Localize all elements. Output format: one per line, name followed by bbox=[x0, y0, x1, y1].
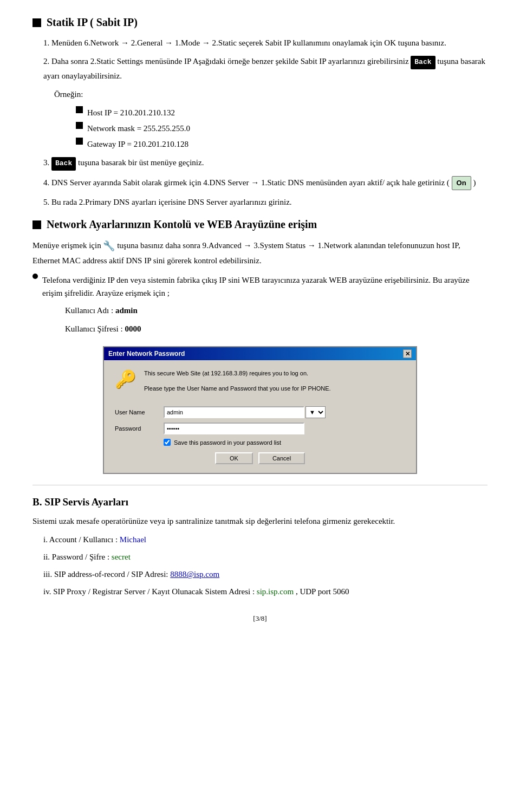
save-password-label: Save this password in your password list bbox=[174, 439, 281, 446]
example-item-3: Gateway IP = 210.201.210.128 bbox=[76, 138, 487, 151]
step2-num: 2. bbox=[43, 57, 51, 66]
save-password-row: Save this password in your password list bbox=[164, 439, 405, 446]
page-footer: [3/8] bbox=[32, 614, 487, 623]
sip-item-4-label: iv. bbox=[43, 587, 51, 596]
bullet-icon bbox=[76, 122, 83, 129]
network-intro: Menüye erişmek için 🔧 tuşuna basınız dah… bbox=[32, 238, 487, 267]
static-ip-title: Statik IP ( Sabit IP) bbox=[32, 16, 487, 29]
step-3: 3. Back tuşuna basarak bir üst menüye ge… bbox=[43, 156, 487, 171]
example-item-2: Network mask = 255.255.255.0 bbox=[76, 122, 487, 135]
cancel-button[interactable]: Cancel bbox=[258, 452, 305, 464]
step-4: 4. DNS Server ayarında Sabit olarak girm… bbox=[43, 176, 487, 191]
username-row: User Name ▼ bbox=[115, 406, 405, 418]
on-button: On bbox=[452, 176, 471, 191]
step1-num: 1. bbox=[43, 38, 51, 47]
sip-item-3-value: 8888@isp.com bbox=[170, 570, 219, 579]
dialog-form: User Name ▼ Password Save this password … bbox=[115, 406, 405, 464]
web-access-bullet: Telefona verdiğiniz IP den veya sistemin… bbox=[32, 274, 487, 300]
network-section: Network Ayarlarınızın Kontolü ve WEB Ara… bbox=[32, 218, 487, 474]
dialog-body: 🔑 This secure Web Site (at 192.168.3.89)… bbox=[104, 360, 416, 473]
page-number: [3/8] bbox=[253, 614, 266, 622]
dialog-title: Enter Network Password bbox=[108, 350, 185, 358]
bullet-icon bbox=[76, 138, 83, 145]
sip-intro: Sistemi uzak mesafe operatörünüze veya i… bbox=[32, 515, 487, 528]
sip-item-4-suffix: , UDP port 5060 bbox=[296, 587, 349, 596]
username-line: Kullanıcı Adı : admin bbox=[65, 304, 487, 317]
network-title: Network Ayarlarınızın Kontolü ve WEB Ara… bbox=[32, 218, 487, 231]
sip-item-1-label: i. bbox=[43, 535, 48, 544]
step4-num: 4. bbox=[43, 178, 51, 187]
key-icon: 🔑 bbox=[115, 369, 136, 389]
bullet-icon bbox=[76, 106, 83, 113]
back-button-1: Back bbox=[411, 56, 435, 69]
step-list: 1. Menüden 6.Network → 2.General → 1.Mod… bbox=[43, 36, 487, 82]
dialog-titlebar: Enter Network Password ✕ bbox=[104, 347, 416, 360]
dialog-text1: This secure Web Site (at 192.168.3.89) r… bbox=[144, 369, 331, 379]
step2-text: Daha sonra 2.Static Settings menüsünde I… bbox=[43, 57, 485, 80]
dialog-icon-row: 🔑 This secure Web Site (at 192.168.3.89)… bbox=[115, 369, 405, 399]
sip-item-2-text: Password / Şifre : bbox=[52, 553, 112, 561]
sip-title: B. SIP Servis Ayarları bbox=[32, 496, 487, 508]
dialog-wrapper: Enter Network Password ✕ 🔑 This secure W… bbox=[32, 346, 487, 474]
username-label: User Name bbox=[115, 409, 164, 415]
back-button-2: Back bbox=[51, 157, 76, 171]
static-ip-section: Statik IP ( Sabit IP) 1. Menüden 6.Netwo… bbox=[32, 16, 487, 209]
step-1: 1. Menüden 6.Network → 2.General → 1.Mod… bbox=[43, 36, 487, 49]
sip-item-4: iv. SIP Proxy / Registrar Server / Kayıt… bbox=[43, 585, 487, 598]
step3-num: 3. bbox=[43, 158, 51, 167]
dialog-close-button[interactable]: ✕ bbox=[403, 349, 412, 358]
sip-item-1-value: Michael bbox=[120, 535, 146, 544]
network-title-bullet-icon bbox=[32, 220, 41, 229]
ok-button[interactable]: OK bbox=[215, 452, 253, 464]
web-access-text: Telefona verdiğiniz IP den veya sistemin… bbox=[42, 274, 487, 300]
step-2: 2. Daha sonra 2.Static Settings menüsünd… bbox=[43, 55, 487, 82]
credentials-block: Kullanıcı Adı : admin Kullanıcı Şifresi … bbox=[65, 304, 487, 335]
enter-network-password-dialog: Enter Network Password ✕ 🔑 This secure W… bbox=[103, 346, 417, 474]
step5-text: Bu rada 2.Primary DNS ayarları içerisine… bbox=[51, 198, 292, 206]
password-label: Password bbox=[115, 425, 164, 432]
sip-item-2-label: ii. bbox=[43, 553, 50, 561]
sip-section: B. SIP Servis Ayarları Sistemi uzak mesa… bbox=[32, 496, 487, 598]
password-row: Password bbox=[115, 423, 405, 434]
sip-items: i. Account / Kullanıcı : Michael ii. Pas… bbox=[43, 533, 487, 598]
section-divider bbox=[32, 485, 487, 485]
circle-bullet-icon bbox=[32, 274, 38, 279]
step3-text: tuşuna basarak bir üst menüye geçiniz. bbox=[78, 158, 204, 167]
username-input[interactable] bbox=[164, 406, 304, 418]
dialog-buttons: OK Cancel bbox=[115, 452, 405, 464]
dialog-text2: Please type the User Name and Password t… bbox=[144, 384, 331, 394]
step-5: 5. Bu rada 2.Primary DNS ayarları içeris… bbox=[43, 196, 487, 209]
password-input[interactable] bbox=[164, 423, 304, 434]
dialog-description: This secure Web Site (at 192.168.3.89) r… bbox=[144, 369, 331, 399]
example-label: Örneğin: bbox=[54, 88, 487, 101]
sip-item-4-value: sip.isp.com bbox=[257, 587, 294, 596]
sip-item-1-text: Account / Kullanıcı : bbox=[49, 535, 120, 544]
step-list-2: 3. Back tuşuna basarak bir üst menüye ge… bbox=[43, 156, 487, 209]
password-line: Kullanıcı Şifresi : 0000 bbox=[65, 322, 487, 335]
sip-item-4-text: SIP Proxy / Registrar Server / Kayıt Olu… bbox=[53, 587, 257, 596]
example-list: Host IP = 210.201.210.132 Network mask =… bbox=[76, 106, 487, 151]
step1-text: Menüden 6.Network → 2.General → 1.Mode →… bbox=[51, 38, 446, 47]
sip-item-3: iii. SIP address-of-record / SIP Adresi:… bbox=[43, 568, 487, 581]
example-block: Örneğin: Host IP = 210.201.210.132 Netwo… bbox=[54, 88, 487, 151]
sip-item-2: ii. Password / Şifre : secret bbox=[43, 550, 487, 563]
sip-item-3-text: SIP address-of-record / SIP Adresi: bbox=[54, 570, 170, 579]
sip-item-1: i. Account / Kullanıcı : Michael bbox=[43, 533, 487, 546]
sip-item-2-value: secret bbox=[112, 553, 131, 561]
step5-num: 5. bbox=[43, 198, 51, 206]
sip-item-3-label: iii. bbox=[43, 570, 52, 579]
step4-text: DNS Server ayarında Sabit olarak girmek … bbox=[51, 178, 476, 187]
example-item-1: Host IP = 210.201.210.132 bbox=[76, 106, 487, 119]
title-bullet-icon bbox=[32, 18, 41, 27]
username-dropdown[interactable]: ▼ bbox=[306, 406, 326, 418]
tools-icon: 🔧 bbox=[103, 238, 115, 254]
save-password-checkbox[interactable] bbox=[164, 439, 171, 446]
